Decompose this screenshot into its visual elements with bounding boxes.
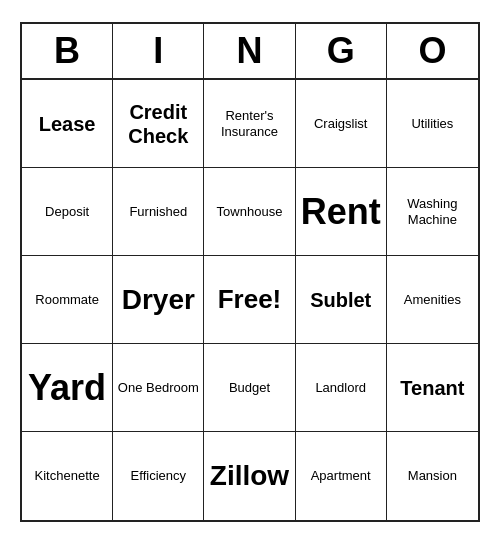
bingo-header: BINGO bbox=[22, 24, 478, 80]
bingo-cell: Zillow bbox=[204, 432, 295, 520]
bingo-cell: Amenities bbox=[387, 256, 478, 344]
header-letter-i: I bbox=[113, 24, 204, 78]
bingo-cell: Deposit bbox=[22, 168, 113, 256]
header-letter-b: B bbox=[22, 24, 113, 78]
bingo-cell: Kitchenette bbox=[22, 432, 113, 520]
bingo-card: BINGO LeaseCredit CheckRenter's Insuranc… bbox=[20, 22, 480, 522]
bingo-cell: Tenant bbox=[387, 344, 478, 432]
bingo-grid: LeaseCredit CheckRenter's InsuranceCraig… bbox=[22, 80, 478, 520]
bingo-cell: Free! bbox=[204, 256, 295, 344]
bingo-cell: Furnished bbox=[113, 168, 204, 256]
bingo-cell: Townhouse bbox=[204, 168, 295, 256]
bingo-cell: One Bedroom bbox=[113, 344, 204, 432]
header-letter-n: N bbox=[204, 24, 295, 78]
bingo-cell: Utilities bbox=[387, 80, 478, 168]
bingo-cell: Craigslist bbox=[296, 80, 387, 168]
bingo-cell: Rent bbox=[296, 168, 387, 256]
bingo-cell: Efficiency bbox=[113, 432, 204, 520]
bingo-cell: Yard bbox=[22, 344, 113, 432]
bingo-cell: Dryer bbox=[113, 256, 204, 344]
bingo-cell: Budget bbox=[204, 344, 295, 432]
header-letter-g: G bbox=[296, 24, 387, 78]
bingo-cell: Sublet bbox=[296, 256, 387, 344]
bingo-cell: Apartment bbox=[296, 432, 387, 520]
bingo-cell: Roommate bbox=[22, 256, 113, 344]
bingo-cell: Renter's Insurance bbox=[204, 80, 295, 168]
bingo-cell: Credit Check bbox=[113, 80, 204, 168]
bingo-cell: Landlord bbox=[296, 344, 387, 432]
bingo-cell: Mansion bbox=[387, 432, 478, 520]
bingo-cell: Lease bbox=[22, 80, 113, 168]
header-letter-o: O bbox=[387, 24, 478, 78]
bingo-cell: Washing Machine bbox=[387, 168, 478, 256]
